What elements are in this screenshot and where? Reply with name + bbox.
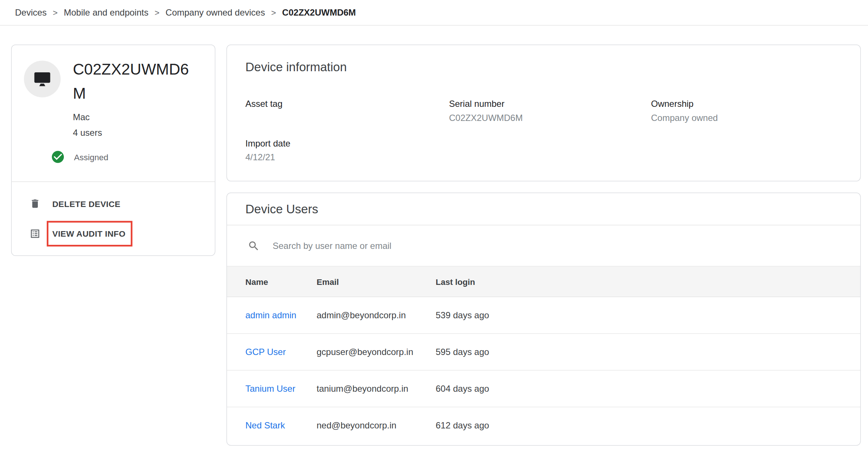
column-header-last-login: Last login xyxy=(436,277,861,286)
delete-device-button[interactable]: DELETE DEVICE xyxy=(12,193,215,215)
field-ownership: Ownership Company owned xyxy=(651,98,835,125)
column-header-name: Name xyxy=(246,277,317,286)
breadcrumb: Devices > Mobile and endpoints > Company… xyxy=(0,0,868,26)
field-label: Asset tag xyxy=(246,98,429,111)
audit-highlight-annotation: VIEW AUDIT INFO xyxy=(47,221,132,247)
list-icon xyxy=(30,228,41,239)
user-email: ned@beyondcorp.in xyxy=(317,421,436,431)
device-users-title: Device Users xyxy=(246,202,318,216)
device-information-card: Device information Asset tag Serial numb… xyxy=(227,45,861,181)
device-platform: Mac xyxy=(73,111,90,124)
table-row: Ned Stark ned@beyondcorp.in 612 days ago xyxy=(227,407,860,444)
user-last-login: 595 days ago xyxy=(436,347,861,357)
user-name-link[interactable]: GCP User xyxy=(246,347,317,357)
chevron-right-icon: > xyxy=(53,8,57,17)
search-icon xyxy=(248,240,260,252)
device-summary-card: C02ZX2UWMD6M Mac 4 users Assigned DELETE… xyxy=(11,45,216,256)
users-table-header: Name Email Last login xyxy=(227,267,860,297)
breadcrumb-item-current-device: C02ZX2UWMD6M xyxy=(282,7,356,17)
chevron-right-icon: > xyxy=(271,8,276,17)
user-email: tanium@beyondcorp.in xyxy=(317,384,436,394)
field-value: C02ZX2UWMD6M xyxy=(449,111,633,125)
field-value xyxy=(246,111,429,125)
user-last-login: 612 days ago xyxy=(436,421,861,431)
field-label: Import date xyxy=(246,137,429,150)
breadcrumb-item-mobile-endpoints[interactable]: Mobile and endpoints xyxy=(64,7,148,17)
user-search-bar xyxy=(227,226,860,267)
field-value: 4/12/21 xyxy=(246,150,429,165)
desktop-icon xyxy=(32,69,52,89)
breadcrumb-item-company-owned-devices[interactable]: Company owned devices xyxy=(165,7,265,17)
check-circle-icon xyxy=(51,150,65,164)
field-label: Ownership xyxy=(651,98,835,111)
user-name-link[interactable]: Tanium User xyxy=(246,384,317,394)
table-row: admin admin admin@beyondcorp.in 539 days… xyxy=(227,297,860,334)
user-last-login: 539 days ago xyxy=(436,310,861,320)
view-audit-info-label: VIEW AUDIT INFO xyxy=(52,229,125,239)
user-name-link[interactable]: Ned Stark xyxy=(246,421,317,431)
user-email: gcpuser@beyondcorp.in xyxy=(317,347,436,357)
user-email: admin@beyondcorp.in xyxy=(317,310,436,320)
table-row: GCP User gcpuser@beyondcorp.in 595 days … xyxy=(227,334,860,371)
field-asset-tag: Asset tag xyxy=(246,98,429,125)
device-avatar xyxy=(24,61,61,98)
device-title: C02ZX2UWMD6M xyxy=(73,57,198,105)
device-users-count: 4 users xyxy=(73,127,102,139)
device-users-header: Device Users xyxy=(227,193,860,226)
page-root: Devices > Mobile and endpoints > Company… xyxy=(0,0,868,457)
search-input[interactable] xyxy=(272,240,672,251)
device-status: Assigned xyxy=(51,150,109,164)
status-badge: Assigned xyxy=(74,152,109,162)
card-divider xyxy=(12,181,215,182)
field-value: Company owned xyxy=(651,111,835,125)
field-label: Serial number xyxy=(449,98,633,111)
table-row: Tanium User tanium@beyondcorp.in 604 day… xyxy=(227,371,860,407)
column-header-email: Email xyxy=(317,277,436,286)
device-users-card: Device Users Name Email Last login admin… xyxy=(227,193,861,446)
user-last-login: 604 days ago xyxy=(436,384,861,394)
field-serial-number: Serial number C02ZX2UWMD6M xyxy=(449,98,633,125)
user-name-link[interactable]: admin admin xyxy=(246,310,317,320)
device-information-title: Device information xyxy=(246,60,347,75)
chevron-right-icon: > xyxy=(155,8,160,17)
view-audit-info-button[interactable]: VIEW AUDIT INFO xyxy=(12,220,215,248)
delete-device-label: DELETE DEVICE xyxy=(52,199,121,208)
field-import-date: Import date 4/12/21 xyxy=(246,137,429,165)
trash-icon xyxy=(30,198,41,209)
breadcrumb-item-devices[interactable]: Devices xyxy=(15,7,47,17)
